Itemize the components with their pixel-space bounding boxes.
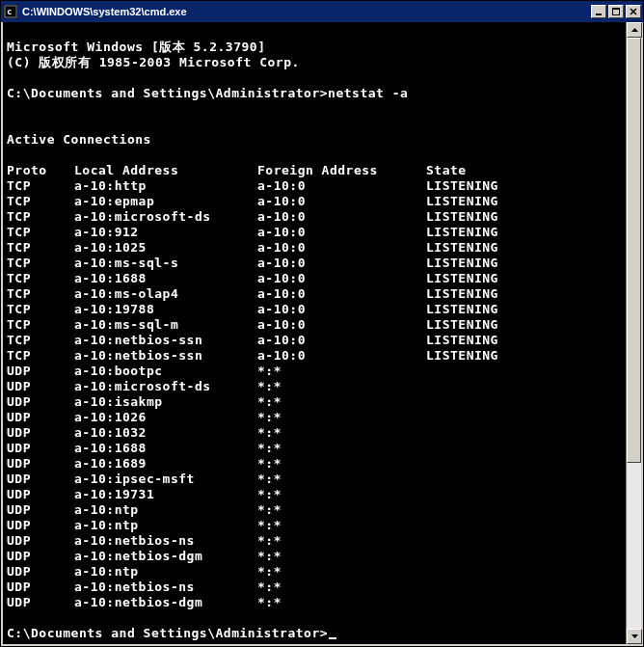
cell-proto: UDP xyxy=(7,564,74,580)
cell-proto: TCP xyxy=(7,317,74,333)
connection-row: TCPa-10:netbios-ssna-10:0LISTENING xyxy=(7,333,622,348)
header-state: State xyxy=(426,163,467,178)
cell-proto: UDP xyxy=(7,549,74,564)
cell-state: LISTENING xyxy=(426,225,498,240)
scroll-thumb[interactable] xyxy=(627,38,641,463)
cell-proto: TCP xyxy=(7,333,74,348)
cell-foreign: *:* xyxy=(257,425,426,441)
cell-proto: UDP xyxy=(7,533,74,549)
cell-proto: UDP xyxy=(7,441,74,456)
cell-state: LISTENING xyxy=(426,348,498,364)
cell-proto: UDP xyxy=(7,364,74,379)
banner-line1: Microsoft Windows [版本 5.2.3790] xyxy=(7,40,265,54)
close-button[interactable] xyxy=(626,5,641,18)
scroll-track[interactable] xyxy=(627,38,641,629)
connection-row: UDPa-10:netbios-dgm*:* xyxy=(7,595,622,610)
cell-local: a-10:ms-sql-m xyxy=(74,317,257,333)
cell-state: LISTENING xyxy=(426,317,498,333)
cell-foreign: *:* xyxy=(257,518,426,533)
cell-state: LISTENING xyxy=(426,333,498,348)
svg-rect-5 xyxy=(612,8,620,10)
scrollbar[interactable] xyxy=(626,22,641,644)
header-proto: Proto xyxy=(7,163,74,178)
cell-foreign: a-10:0 xyxy=(257,348,426,364)
cursor xyxy=(329,637,336,639)
cell-state: LISTENING xyxy=(426,240,498,256)
cell-state: LISTENING xyxy=(426,194,498,209)
cell-foreign: *:* xyxy=(257,487,426,502)
cell-foreign: *:* xyxy=(257,379,426,394)
cell-proto: TCP xyxy=(7,302,74,317)
cell-foreign: a-10:0 xyxy=(257,317,426,333)
title-bar[interactable]: c C:\WINDOWS\system32\cmd.exe xyxy=(1,1,643,22)
section-title: Active Connections xyxy=(7,132,151,147)
cell-foreign: *:* xyxy=(257,472,426,487)
cell-local: a-10:1689 xyxy=(74,456,257,472)
cell-foreign: a-10:0 xyxy=(257,256,426,271)
connection-row: TCPa-10:httpa-10:0LISTENING xyxy=(7,178,622,194)
connection-row: UDPa-10:ntp*:* xyxy=(7,502,622,518)
cell-state: LISTENING xyxy=(426,256,498,271)
cell-local: a-10:1032 xyxy=(74,425,257,441)
minimize-button[interactable] xyxy=(591,5,606,18)
cell-proto: UDP xyxy=(7,394,74,410)
cell-proto: UDP xyxy=(7,472,74,487)
cell-foreign: a-10:0 xyxy=(257,209,426,225)
window-title: C:\WINDOWS\system32\cmd.exe xyxy=(22,6,591,17)
scroll-down-button[interactable] xyxy=(627,629,642,644)
prompt-path: C:\Documents and Settings\Administrator> xyxy=(7,86,328,100)
connection-row: UDPa-10:1688*:* xyxy=(7,441,622,456)
cell-local: a-10:19731 xyxy=(74,487,257,502)
cell-local: a-10:ms-olap4 xyxy=(74,286,257,302)
cell-local: a-10:microsoft-ds xyxy=(74,379,257,394)
cell-state: LISTENING xyxy=(426,286,498,302)
scroll-up-button[interactable] xyxy=(627,22,642,38)
connection-row: TCPa-10:1688a-10:0LISTENING xyxy=(7,271,622,286)
header-row: ProtoLocal AddressForeign AddressState xyxy=(7,163,622,178)
cell-proto: TCP xyxy=(7,178,74,194)
connection-row: TCPa-10:ms-olap4a-10:0LISTENING xyxy=(7,286,622,302)
cell-proto: UDP xyxy=(7,456,74,472)
cell-foreign: a-10:0 xyxy=(257,225,426,240)
connection-row: UDPa-10:netbios-dgm*:* xyxy=(7,549,622,564)
prompt-command: netstat -a xyxy=(328,86,408,100)
cell-foreign: a-10:0 xyxy=(257,333,426,348)
connection-row: UDPa-10:1032*:* xyxy=(7,425,622,441)
cell-proto: TCP xyxy=(7,286,74,302)
cell-proto: UDP xyxy=(7,502,74,518)
connection-row: TCPa-10:ms-sql-sa-10:0LISTENING xyxy=(7,256,622,271)
cell-local: a-10:1688 xyxy=(74,441,257,456)
svg-marker-9 xyxy=(631,634,638,638)
cell-local: a-10:epmap xyxy=(74,194,257,209)
connection-row: TCPa-10:912a-10:0LISTENING xyxy=(7,225,622,240)
cell-foreign: *:* xyxy=(257,549,426,564)
prompt2-path: C:\Documents and Settings\Administrator> xyxy=(7,626,328,640)
connection-row: TCPa-10:epmapa-10:0LISTENING xyxy=(7,194,622,209)
cell-local: a-10:ipsec-msft xyxy=(74,472,257,487)
cell-foreign: a-10:0 xyxy=(257,302,426,317)
cell-foreign: *:* xyxy=(257,502,426,518)
cell-proto: TCP xyxy=(7,240,74,256)
connection-row: UDPa-10:1689*:* xyxy=(7,456,622,472)
connection-row: TCPa-10:19788a-10:0LISTENING xyxy=(7,302,622,317)
connection-row: UDPa-10:ntp*:* xyxy=(7,518,622,533)
connection-row: TCPa-10:1025a-10:0LISTENING xyxy=(7,240,622,256)
cell-state: LISTENING xyxy=(426,302,498,317)
cell-foreign: *:* xyxy=(257,564,426,580)
cell-proto: UDP xyxy=(7,425,74,441)
console-output[interactable]: Microsoft Windows [版本 5.2.3790] (C) 版权所有… xyxy=(3,22,626,644)
connection-row: TCPa-10:ms-sql-ma-10:0LISTENING xyxy=(7,317,622,333)
cell-proto: UDP xyxy=(7,595,74,610)
cell-foreign: *:* xyxy=(257,364,426,379)
cell-local: a-10:netbios-ssn xyxy=(74,348,257,364)
maximize-button[interactable] xyxy=(608,5,624,18)
app-icon: c xyxy=(3,4,18,19)
connection-row: UDPa-10:19731*:* xyxy=(7,487,622,502)
cell-state: LISTENING xyxy=(426,271,498,286)
cell-local: a-10:netbios-dgm xyxy=(74,595,257,610)
cell-local: a-10:http xyxy=(74,178,257,194)
cell-state: LISTENING xyxy=(426,209,498,225)
cell-local: a-10:netbios-ssn xyxy=(74,333,257,348)
cell-proto: UDP xyxy=(7,580,74,595)
window-buttons xyxy=(591,5,641,18)
